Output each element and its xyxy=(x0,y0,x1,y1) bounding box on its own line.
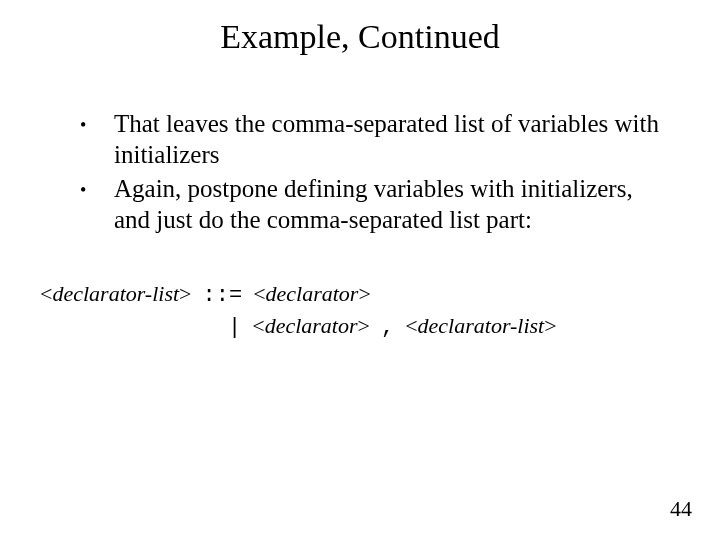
grammar-alternative: | <declarator> , <declarator-list> xyxy=(228,311,684,343)
grammar-production: <declarator-list> ::= <declarator> xyxy=(40,279,684,311)
bullet-text: That leaves the comma-separated list of … xyxy=(114,108,674,171)
angle-close: > xyxy=(358,313,370,338)
angle-open: < xyxy=(253,281,265,306)
slide-title: Example, Continued xyxy=(36,18,684,56)
list-item: • That leaves the comma-separated list o… xyxy=(80,108,674,171)
nonterminal-rhs: declarator-list xyxy=(418,313,545,338)
nonterminal-rhs: declarator xyxy=(266,281,359,306)
angle-open: < xyxy=(252,313,264,338)
bullet-text: Again, postpone defining variables with … xyxy=(114,173,674,236)
bullet-list: • That leaves the comma-separated list o… xyxy=(80,108,674,235)
alt-bar: | xyxy=(228,315,241,340)
nonterminal-lhs: declarator-list xyxy=(52,281,179,306)
terminal-comma: , xyxy=(381,315,394,340)
angle-close: > xyxy=(544,313,556,338)
nonterminal-rhs: declarator xyxy=(265,313,358,338)
bullet-icon: • xyxy=(80,173,114,202)
angle-close: > xyxy=(358,281,370,306)
bullet-icon: • xyxy=(80,108,114,137)
slide: Example, Continued • That leaves the com… xyxy=(0,0,720,540)
angle-close: > xyxy=(179,281,191,306)
grammar-block: <declarator-list> ::= <declarator> | <de… xyxy=(40,279,684,342)
page-number: 44 xyxy=(670,496,692,522)
angle-open: < xyxy=(40,281,52,306)
list-item: • Again, postpone defining variables wit… xyxy=(80,173,674,236)
angle-open: < xyxy=(405,313,417,338)
grammar-operator: ::= xyxy=(203,283,243,308)
